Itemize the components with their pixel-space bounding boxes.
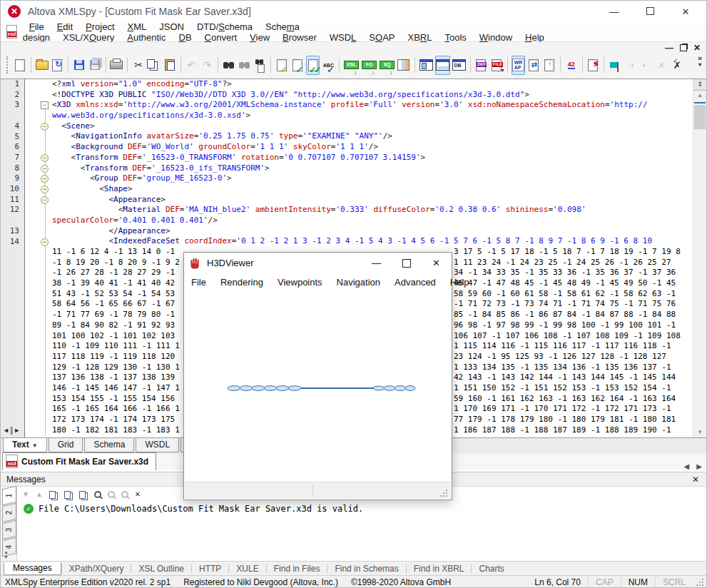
message-tab-3[interactable]: 3 (2, 520, 16, 539)
scroll-down-arrow[interactable]: ▼ (693, 427, 706, 437)
pretty-print-button[interactable]: ⇄ (527, 56, 541, 75)
fold-toggle-icon[interactable]: − (41, 165, 49, 173)
prev-bookmark-button[interactable]: ⇠ (639, 56, 653, 75)
next-bookmark-button[interactable]: ⇢ (624, 56, 638, 75)
mode-tab-text[interactable]: Text▼ (3, 438, 47, 452)
h3dviewer-title-bar[interactable]: H3DViewer — ✕ (184, 253, 452, 273)
viewer-menu-file[interactable]: File (184, 275, 213, 290)
panel-tab-find-in-files[interactable]: Find in Files (267, 563, 327, 574)
xsl-fo-button[interactable]: FO↓ (361, 56, 377, 75)
fold-toggle-icon[interactable]: − (41, 154, 49, 162)
message-tab-scroll[interactable]: ▲▼ (4, 549, 9, 559)
xquery-button[interactable]: XQ↓ (379, 56, 395, 75)
mode-tab-schema[interactable]: Schema (84, 438, 134, 452)
mdi-close-button[interactable]: ✕ (693, 43, 701, 53)
toolbar-grip[interactable] (6, 56, 8, 74)
db-view-button[interactable] (452, 56, 467, 75)
toggle-bookmarks-button[interactable]: ✗✓ (670, 56, 684, 75)
viewer-resize-grip[interactable] (439, 489, 448, 497)
fold-toggle-icon[interactable]: − (41, 175, 49, 183)
mode-tab-wsdl[interactable]: WSDL (136, 438, 179, 452)
scroll-up-arrow[interactable]: ▲ (693, 91, 706, 101)
delete-bookmark-button[interactable]: ✕ (654, 56, 668, 75)
mdi-restore-button[interactable] (680, 44, 687, 51)
maximize-button[interactable] (645, 6, 655, 17)
find-button[interactable] (222, 56, 236, 75)
viewer-maximize-button[interactable] (402, 259, 411, 268)
text-view-button[interactable] (435, 56, 450, 75)
redo-button[interactable]: ↷ (200, 56, 214, 75)
copy-message-button[interactable] (49, 491, 58, 499)
scrollbar-thumb[interactable] (694, 105, 706, 129)
cut-button[interactable]: ✂ (131, 56, 146, 75)
print-button[interactable] (109, 56, 123, 75)
message-tab-2[interactable]: 2 (2, 503, 16, 522)
save-button[interactable] (72, 56, 86, 75)
viewer-menu-viewpoints[interactable]: Viewpoints (270, 275, 330, 290)
panel-tab-http[interactable]: HTTP (192, 563, 228, 574)
find-in-files-button[interactable] (253, 56, 267, 75)
copy-message-children-button[interactable] (64, 491, 73, 499)
viewer-menu-advanced[interactable]: Advanced (387, 275, 443, 290)
fold-toggle-icon[interactable]: − (41, 186, 49, 193)
resize-grip[interactable] (696, 578, 704, 587)
prev-message-button[interactable]: ▲ (36, 491, 43, 498)
save-all-button[interactable] (88, 56, 102, 75)
fold-toggle-icon[interactable]: − (41, 196, 49, 204)
fold-toggle-icon[interactable]: − (41, 101, 49, 109)
tab-scroll-left[interactable]: ◀ (684, 462, 690, 470)
spelling-button[interactable]: ABC✓ (321, 56, 335, 75)
copy-button[interactable] (147, 56, 161, 75)
clear-messages-button[interactable]: ✕ (135, 491, 141, 498)
toolbar-overflow-button[interactable]: »▾ (698, 55, 702, 68)
paste-button[interactable] (163, 56, 177, 75)
panel-tab-xsl-outline[interactable]: XSL Outline (131, 563, 191, 574)
next-message-button[interactable]: ▼ (22, 491, 29, 498)
close-button[interactable]: ✕ (681, 6, 691, 17)
split-editor-handle[interactable]: ⇕ (693, 79, 706, 91)
assign-dtd-button[interactable]: DEF (474, 56, 488, 75)
mode-tab-grid[interactable]: Grid (49, 438, 83, 452)
mdi-minimize-button[interactable]: — (665, 43, 673, 53)
schema-view-button[interactable] (419, 56, 434, 75)
panel-tab-messages[interactable]: Messages (4, 562, 61, 575)
file-tab[interactable]: Custom Fit Mask Ear Saver.x3d (2, 452, 156, 470)
panel-tab-charts[interactable]: Charts (472, 563, 511, 574)
undo-button[interactable]: ↶ (184, 56, 198, 75)
viewport-3d[interactable] (185, 292, 451, 482)
viewer-minimize-button[interactable]: — (372, 258, 381, 268)
reload-file-button[interactable]: ↻ (51, 56, 65, 75)
compare-button[interactable]: ≶ (586, 56, 600, 75)
assign-schema-button[interactable]: FILE▼ (489, 56, 504, 75)
new-file-button[interactable] (13, 56, 27, 75)
open-file-button[interactable] (35, 56, 49, 75)
goto-line-button[interactable]: 42 (564, 56, 579, 75)
find-previous-button[interactable] (108, 491, 115, 498)
viewer-menu-rendering[interactable]: Rendering (213, 275, 270, 290)
tab-scroll-right[interactable]: ▶ (696, 462, 702, 470)
word-wrap-button[interactable]: WRAP (512, 56, 526, 75)
messages-close-icon[interactable]: ✕ (692, 475, 706, 485)
viewer-close-button[interactable]: ✕ (432, 258, 440, 268)
find-in-messages-button[interactable] (94, 491, 101, 498)
vertical-scrollbar[interactable]: ⇕ ▲ ▼ (693, 79, 706, 437)
minimize-button[interactable]: — (609, 6, 619, 17)
grid-view-button[interactable] (397, 56, 411, 75)
xsl-transform-button[interactable]: XSL↓ (343, 56, 360, 75)
find-next-button[interactable] (238, 56, 252, 75)
bookmark-button[interactable] (608, 56, 622, 75)
validate-edit-button[interactable]: ✓✓ (306, 56, 320, 75)
fold-toggle-icon[interactable]: − (41, 123, 49, 131)
viewer-menu-help[interactable]: Help (443, 275, 477, 290)
message-tab-1[interactable]: 1 (2, 486, 16, 505)
find-next-button[interactable] (121, 491, 128, 498)
panel-tab-find-in-xbrl[interactable]: Find in XBRL (407, 563, 472, 574)
validate-button[interactable]: ✓ (290, 56, 305, 75)
viewer-menu-navigation[interactable]: Navigation (330, 275, 387, 290)
copy-all-messages-button[interactable] (79, 491, 88, 499)
panel-tab-find-in-schemas[interactable]: Find in Schemas (327, 563, 405, 574)
panel-tab-xpath-xquery[interactable]: XPath/XQuery (62, 563, 131, 574)
panel-tab-xule[interactable]: XULE (229, 563, 265, 574)
indent-button[interactable]: ↑ (542, 56, 556, 75)
horizontal-split-handle[interactable]: ◄║► (3, 426, 16, 435)
